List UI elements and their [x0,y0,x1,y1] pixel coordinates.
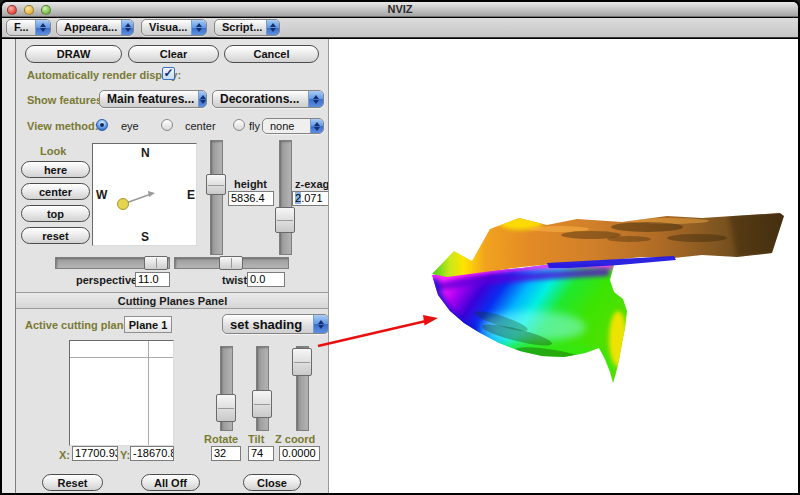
menu-scripting-label: Script... [215,20,266,35]
rotate-label: Rotate [204,433,238,445]
z-exag-slider-handle[interactable] [275,207,295,233]
tilt-slider-handle[interactable] [252,390,272,418]
plane-x-line [148,341,149,445]
control-panel: DRAW Clear Cancel Automatically render d… [15,39,328,495]
view-method-label: View method: [27,120,98,132]
look-label: Look [40,145,66,157]
menu-file[interactable]: F... [6,19,51,36]
reset-button[interactable]: Reset [42,474,103,491]
render-viewport[interactable] [328,39,798,495]
menu-file-label: F... [7,20,35,35]
twist-label: twist [222,274,247,286]
radio-center-label: center [185,120,216,132]
cutting-plane-xy-canvas[interactable] [69,340,174,446]
radio-fly-label: fly [249,120,260,132]
close-button[interactable]: Close [243,474,301,491]
popup-stepper-icon [35,20,50,35]
active-cutting-plane-label: Active cutting plane: [25,319,133,331]
rotate-slider-handle[interactable] [216,394,236,422]
auto-render-label: Automatically render display: [27,69,181,81]
z-coord-label: Z coord [275,433,315,445]
x-field[interactable]: 17700.93 [72,446,118,461]
radio-eye[interactable] [96,119,108,131]
look-center-button[interactable]: center [21,183,90,200]
height-field[interactable]: 5836.4 [228,191,274,206]
radio-eye-label: eye [121,120,139,132]
tilt-label: Tilt [248,433,264,445]
menu-bar: F... Appeara... Visua... Script... [2,18,798,38]
perspective-slider-handle[interactable] [144,256,168,270]
height-slider-track[interactable] [210,140,223,255]
height-slider-handle[interactable] [206,174,226,195]
y-field[interactable]: -18670.84 [130,446,174,461]
terrain-3d-render [329,39,798,495]
look-here-button[interactable]: here [21,161,90,178]
twist-field[interactable]: 0.0 [247,272,285,287]
fly-mode-popup[interactable]: none [262,118,324,134]
plane-y-line [70,357,173,358]
z-coord-slider-handle[interactable] [292,348,312,376]
height-label: height [234,178,267,190]
tilt-slider-track[interactable] [256,346,269,431]
auto-render-checkbox[interactable]: ✓ [162,67,175,80]
radio-fly[interactable] [233,119,245,131]
z-coord-field[interactable]: 0.0000 [279,446,320,461]
look-reset-button[interactable]: reset [21,227,90,244]
clear-button[interactable]: Clear [128,45,219,63]
popup-stepper-icon [198,91,206,107]
direction-arrow-icon [148,191,155,197]
eye-dot-icon [118,199,129,210]
all-off-button[interactable]: All Off [141,474,200,491]
z-exag-slider-track[interactable] [279,140,292,255]
menu-appearance-label: Appeara... [57,20,121,35]
decorations-popup[interactable]: Decorations... [212,90,324,108]
twist-slider-handle[interactable] [219,256,243,270]
set-shading-popup[interactable]: set shading [222,314,329,334]
popup-stepper-icon [308,91,323,107]
radio-center[interactable] [161,119,173,131]
z-exag-label: z-exag [295,178,329,190]
draw-button[interactable]: DRAW [25,45,122,63]
window-title: NVIZ [2,3,798,15]
title-bar[interactable]: NVIZ [2,2,798,17]
cancel-button[interactable]: Cancel [224,45,319,63]
tilt-field[interactable]: 74 [248,446,274,461]
cutting-planes-header: Cutting Planes Panel [16,292,329,309]
show-features-label: Show features: [27,94,106,106]
eye-position-marker[interactable] [93,144,196,245]
popup-stepper-icon [121,20,133,35]
view-position-canvas[interactable]: N S W E [92,143,197,246]
checkmark-icon: ✓ [163,66,173,80]
menu-scripting[interactable]: Script... [214,19,280,36]
menu-visualize[interactable]: Visua... [141,19,207,36]
popup-stepper-icon [313,315,328,333]
panel-left-margin [2,39,15,495]
nviz-window: NVIZ F... Appeara... Visua... Script... … [0,0,800,495]
look-top-button[interactable]: top [21,205,90,222]
popup-stepper-icon [191,20,206,35]
y-label: Y: [120,449,130,461]
plane-1-button[interactable]: Plane 1 [124,316,172,333]
perspective-field[interactable]: 11.0 [135,272,170,287]
popup-stepper-icon [310,119,323,133]
popup-stepper-icon [266,20,279,35]
menu-visualize-label: Visua... [142,20,191,35]
x-label: X: [59,449,70,461]
perspective-label: perspective [76,274,137,286]
z-exag-field[interactable]: 2.071 [292,191,329,206]
menu-appearance[interactable]: Appeara... [56,19,134,36]
rotate-field[interactable]: 32 [211,446,241,461]
main-features-popup[interactable]: Main features... [99,90,207,108]
